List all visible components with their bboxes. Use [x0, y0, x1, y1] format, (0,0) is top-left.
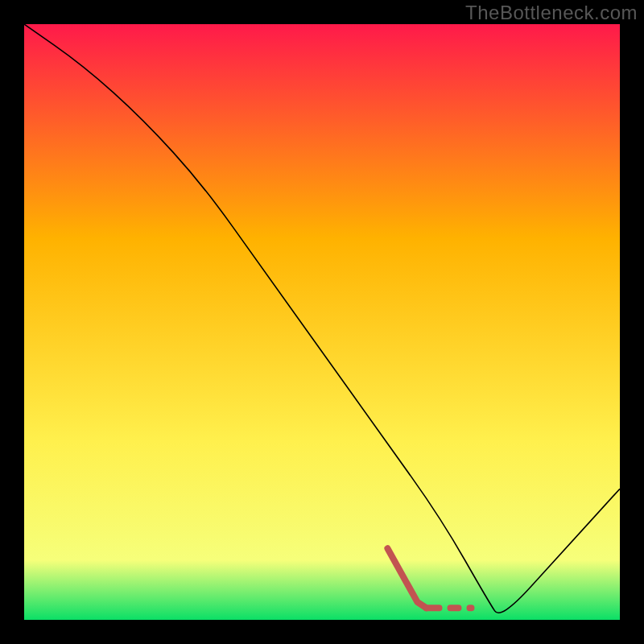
attribution-label: TheBottleneck.com	[465, 2, 638, 24]
plot-area	[24, 24, 620, 620]
gradient-background	[24, 24, 620, 620]
chart-frame: TheBottleneck.com	[0, 0, 644, 644]
chart-svg	[24, 24, 620, 620]
